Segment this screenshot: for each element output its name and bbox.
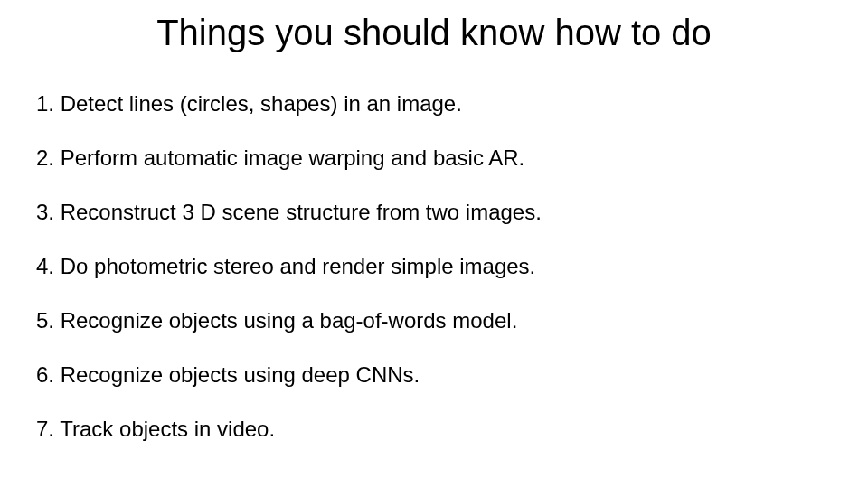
- list-item: 3. Reconstruct 3 D scene structure from …: [36, 199, 832, 226]
- item-number: 5.: [36, 308, 54, 333]
- item-number: 3.: [36, 200, 54, 224]
- list-item: 5. Recognize objects using a bag-of-word…: [36, 307, 832, 334]
- slide-body: 1. Detect lines (circles, shapes) in an …: [36, 90, 832, 470]
- item-text: Detect lines (circles, shapes) in an ima…: [61, 91, 462, 116]
- list-item: 1. Detect lines (circles, shapes) in an …: [36, 90, 832, 117]
- item-number: 6.: [36, 362, 54, 387]
- item-number: 4.: [36, 254, 54, 278]
- list-item: 7. Track objects in video.: [36, 416, 832, 443]
- slide-title: Things you should know how to do: [0, 13, 868, 53]
- item-text: Recognize objects using a bag-of-words m…: [61, 308, 518, 333]
- item-number: 7.: [36, 417, 54, 441]
- item-text: Perform automatic image warping and basi…: [61, 145, 525, 170]
- list-item: 2. Perform automatic image warping and b…: [36, 145, 832, 172]
- item-text: Track objects in video.: [60, 417, 275, 441]
- list-item: 4. Do photometric stereo and render simp…: [36, 253, 832, 280]
- item-number: 2.: [36, 145, 54, 170]
- list-item: 6. Recognize objects using deep CNNs.: [36, 361, 832, 389]
- slide: Things you should know how to do 1. Dete…: [0, 0, 868, 488]
- item-text: Recognize objects using deep CNNs.: [61, 362, 420, 387]
- item-number: 1.: [36, 91, 54, 116]
- item-text: Reconstruct 3 D scene structure from two…: [61, 200, 542, 224]
- item-text: Do photometric stereo and render simple …: [61, 254, 536, 278]
